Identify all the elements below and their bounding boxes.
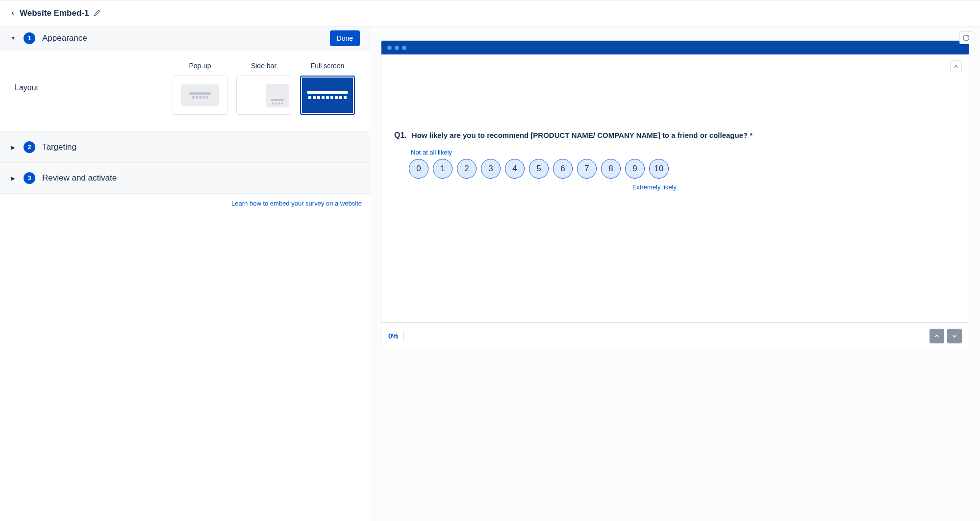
nps-option-9[interactable]: 9 [625,159,645,179]
layout-option-label-fullscreen: Full screen [300,62,355,70]
accordion-title: Appearance [42,33,330,43]
nps-option-5[interactable]: 5 [529,159,549,179]
close-icon [953,63,959,69]
layout-label: Layout [15,62,173,92]
refresh-preview-button[interactable] [959,31,972,44]
window-dot-icon [395,46,399,50]
browser-titlebar [381,41,969,54]
prev-question-button[interactable] [930,329,944,343]
nps-option-1[interactable]: 1 [433,159,452,179]
layout-option-label-sidebar: Side bar [236,62,291,70]
accordion-header-targeting[interactable]: ▶ 2 Targeting [0,132,370,162]
layout-option-fullscreen[interactable] [300,76,355,115]
window-dot-icon [387,46,392,50]
accordion-review: ▶ 3 Review and activate [0,163,370,194]
accordion-targeting: ▶ 2 Targeting [0,132,370,163]
popup-thumbnail-icon [181,84,219,106]
page-header: Website Embed-1 [0,0,980,26]
nps-option-0[interactable]: 0 [409,159,428,179]
caret-right-icon: ▶ [10,145,17,150]
preview-panel: Q1. How likely are you to recommend [PRO… [370,26,980,521]
next-question-button[interactable] [947,329,962,343]
page-title: Website Embed-1 [20,8,89,18]
config-panel: ▼ 1 Appearance Done Layout Pop-up [0,26,370,521]
accordion-header-appearance[interactable]: ▼ 1 Appearance Done [0,26,370,50]
caret-down-icon: ▼ [10,35,17,41]
nps-option-3[interactable]: 3 [481,159,501,179]
sidebar-thumbnail-icon [266,84,289,107]
back-button[interactable] [10,10,16,16]
nps-option-8[interactable]: 8 [601,159,621,179]
preview-browser-window: Q1. How likely are you to recommend [PRO… [381,40,969,349]
required-asterisk: * [750,131,753,139]
nps-option-4[interactable]: 4 [505,159,525,179]
step-badge: 3 [24,172,35,184]
fullscreen-thumbnail-icon [307,91,348,99]
scale-high-label: Extremely likely [409,183,683,191]
edit-title-icon[interactable] [94,9,101,18]
nps-option-6[interactable]: 6 [553,159,573,179]
accordion-title: Targeting [42,142,360,152]
caret-right-icon: ▶ [10,176,17,181]
scale-low-label: Not at all likely [411,149,956,156]
window-dot-icon [402,46,406,50]
layout-option-popup[interactable] [173,76,227,115]
divider [403,331,403,341]
progress-percent: 0% [388,332,398,340]
question-number: Q1. [394,131,407,140]
nps-option-7[interactable]: 7 [577,159,597,179]
close-survey-button[interactable] [950,60,962,72]
chevron-down-icon [951,333,958,339]
survey-footer: 0% [381,322,969,349]
nps-option-10[interactable]: 10 [649,159,669,179]
accordion-appearance: ▼ 1 Appearance Done Layout Pop-up [0,26,370,132]
nps-option-2[interactable]: 2 [457,159,477,179]
step-badge: 1 [24,32,35,44]
layout-option-sidebar[interactable] [236,76,291,115]
refresh-icon [962,34,970,42]
step-badge: 2 [24,141,35,153]
question-text: How likely are you to recommend [PRODUCT… [412,131,956,139]
learn-embed-link[interactable]: Learn how to embed your survey on a webs… [231,200,362,207]
accordion-header-review[interactable]: ▶ 3 Review and activate [0,163,370,193]
accordion-title: Review and activate [42,173,360,183]
layout-option-label-popup: Pop-up [173,62,227,70]
done-button[interactable]: Done [330,30,360,46]
nps-scale: 0 1 2 3 4 5 6 7 8 9 10 [409,159,956,179]
chevron-up-icon [933,333,940,339]
